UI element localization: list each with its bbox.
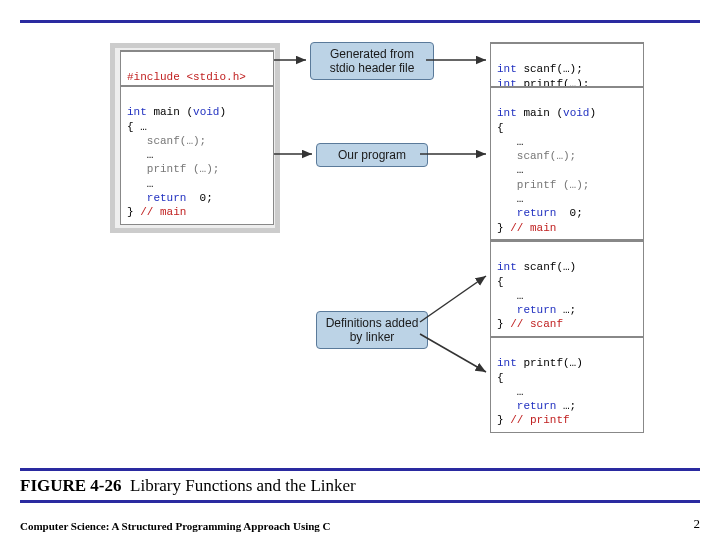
svg-line-4 [420,276,486,322]
svg-line-5 [420,334,486,372]
code-printf-def: int printf(…) { … return …; } // printf [490,336,644,433]
label-linker: Definitions added by linker [316,311,428,349]
figure-title: Library Functions and the Linker [130,476,356,495]
rule-mid [20,468,700,471]
diagram: #include <stdio.h> int main (void) { … s… [20,28,700,464]
figure-number: FIGURE 4-26 [20,476,122,495]
code-main-right: int main (void) { … scanf(…); … printf (… [490,86,644,240]
code-scanf-def: int scanf(…) { … return …; } // scanf [490,240,644,337]
label-our-program: Our program [316,143,428,167]
figure-caption: FIGURE 4-26 Library Functions and the Li… [20,476,356,496]
rule-bot [20,500,700,503]
slide: #include <stdio.h> int main (void) { … s… [0,0,720,540]
footer-text: Computer Science: A Structured Programmi… [20,520,331,532]
rule-top [20,20,700,23]
code-main-left: int main (void) { … scanf(…); … printf (… [120,85,274,225]
code-include: #include <stdio.h> [120,50,274,90]
label-generated: Generated from stdio header file [310,42,434,80]
page-number: 2 [694,516,701,532]
